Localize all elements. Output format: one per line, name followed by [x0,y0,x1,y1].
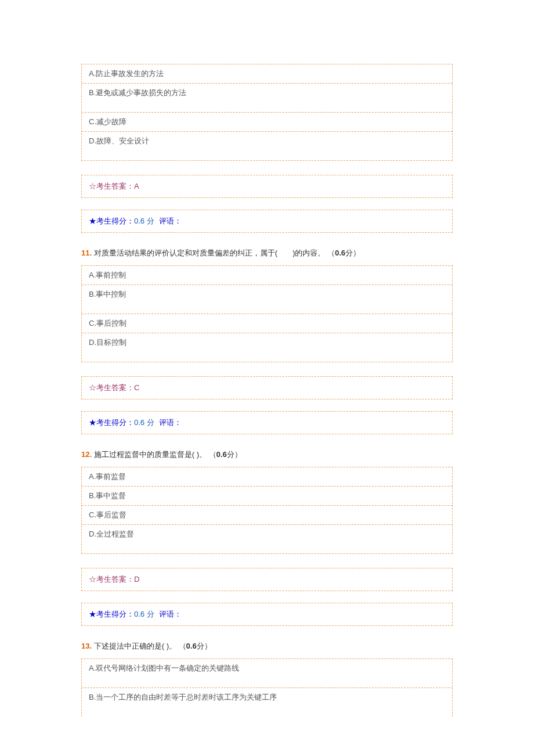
answer-value: D [134,575,139,584]
score-value: 0.6 分 [134,418,154,427]
q12-option-d[interactable]: D.全过程监督 [82,525,452,553]
answer-label: ☆考生答案： [89,182,134,190]
q10-options: A.防止事故发生的方法 B.避免或减少事故损失的方法 C.减少故障 D.故障、安… [81,64,453,161]
q13-option-a[interactable]: A.双代号网络计划图中有一条确定的关键路线 [82,659,452,688]
q12-option-a[interactable]: A.事前监督 [82,467,452,487]
q12-number: 12. [81,450,92,459]
q12-option-c[interactable]: C.事后监督 [82,506,452,525]
star-icon: ★ [89,217,96,225]
score-label: 考生得分： [96,418,134,427]
q10-score-box: ★考生得分：0.6 分评语： [81,210,453,233]
answer-label: ☆考生答案： [89,575,134,584]
q11-score-box: ★考生得分：0.6 分评语： [81,411,453,434]
q13-option-b[interactable]: B.当一个工序的自由时差等于总时差时该工序为关键工序 [82,688,452,717]
q11-stem: 11. 对质量活动结果的评价认定和对质量偏差的纠正，属于( )的内容。 （0.6… [81,248,453,258]
q10-option-d[interactable]: D.故障、安全设计 [82,132,452,160]
q13-options: A.双代号网络计划图中有一条确定的关键路线 B.当一个工序的自由时差等于总时差时… [81,658,453,717]
answer-value: C [134,383,139,392]
q13-text: 下述提法中正确的是( )。 [94,642,176,650]
q10-option-a[interactable]: A.防止事故发生的方法 [82,64,452,84]
answer-value: A [134,182,139,190]
q11-option-a[interactable]: A.事前控制 [82,266,452,285]
q11-text: 对质量活动结果的评价认定和对质量偏差的纠正，属于( )的内容。 [94,249,326,257]
star-icon: ★ [89,418,96,427]
comment-label: 评语： [159,418,182,427]
q11-points: （0.6分） [327,249,360,257]
q10-option-b[interactable]: B.避免或减少事故损失的方法 [82,84,452,113]
score-label: 考生得分： [96,217,134,225]
comment-label: 评语： [159,217,182,225]
q13-points: （0.6分） [179,642,212,650]
score-label: 考生得分： [96,610,134,618]
q10-option-c[interactable]: C.减少故障 [82,113,452,132]
q12-option-b[interactable]: B.事中监督 [82,487,452,506]
q12-score-box: ★考生得分：0.6 分评语： [81,603,453,626]
star-icon: ★ [89,610,96,618]
q12-stem: 12. 施工过程监督中的质量监督是( )。 （0.6分） [81,449,453,460]
q13-stem: 13. 下述提法中正确的是( )。 （0.6分） [81,641,453,651]
answer-label: ☆考生答案： [89,383,134,392]
q11-option-b[interactable]: B.事中控制 [82,285,452,314]
q11-answer-box: ☆考生答案：C [81,376,453,399]
q11-option-d[interactable]: D.目标控制 [82,333,452,362]
q11-option-c[interactable]: C.事后控制 [82,314,452,333]
score-value: 0.6 分 [134,217,154,225]
q12-text: 施工过程监督中的质量监督是( )。 [94,450,207,459]
q11-number: 11. [81,249,92,257]
q13-number: 13. [81,642,92,650]
q12-answer-box: ☆考生答案：D [81,568,453,591]
q12-points: （0.6分） [209,450,242,459]
q10-answer-box: ☆考生答案：A [81,175,453,198]
q11-options: A.事前控制 B.事中控制 C.事后控制 D.目标控制 [81,265,453,362]
score-value: 0.6 分 [134,610,154,618]
comment-label: 评语： [159,610,182,618]
q12-options: A.事前监督 B.事中监督 C.事后监督 D.全过程监督 [81,467,453,554]
